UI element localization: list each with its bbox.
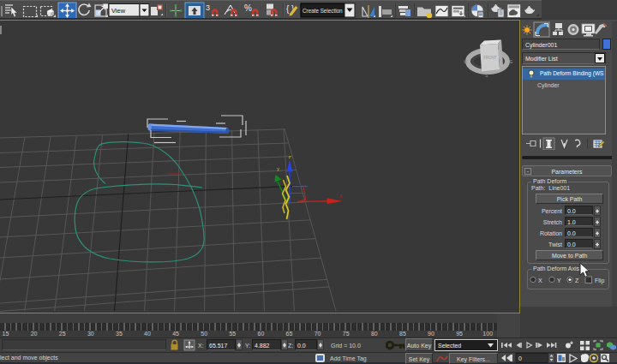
svg-text:0: 0 [518,355,522,361]
svg-text:z: z [289,154,291,159]
svg-text:E: E [510,59,513,64]
svg-text:y: y [277,166,279,171]
svg-text:FRONT: FRONT [483,56,497,60]
svg-text:Y: Y [557,277,561,283]
svg-text:X: X [538,277,542,283]
svg-text:W: W [464,59,468,64]
svg-text:Flip: Flip [595,277,604,284]
svg-text:x: x [339,193,343,199]
